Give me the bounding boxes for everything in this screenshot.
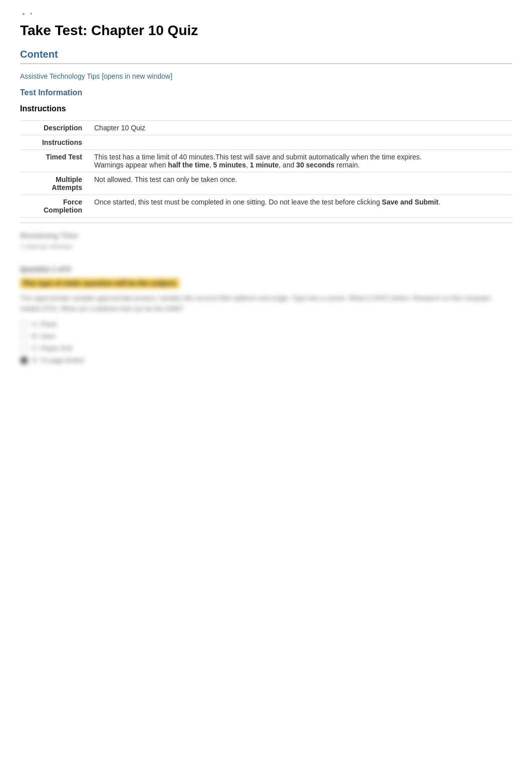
- blurred-remaining-time: Remaining Time 1 Attempt Allowed: [20, 231, 512, 250]
- table-row-multiple-attempts: MultipleAttempts Not allowed. This test …: [20, 172, 512, 195]
- label-timed-test: Timed Test: [20, 150, 90, 172]
- label-description: Description: [20, 121, 90, 135]
- question-label: Question 1 of 6: [20, 265, 512, 273]
- label-force-completion: ForceCompletion: [20, 195, 90, 218]
- test-info-table: Description Chapter 10 Quiz Instructions…: [20, 120, 512, 218]
- label-multiple-attempts: MultipleAttempts: [20, 172, 90, 195]
- question-highlight: This type of static question will be the…: [20, 278, 179, 288]
- bold-30-seconds: 30 seconds: [296, 161, 334, 169]
- page-title: Take Test: Chapter 10 Quiz: [20, 23, 512, 39]
- answer-option-a[interactable]: A. Flows: [20, 320, 512, 328]
- test-information-heading: Test Information: [20, 88, 512, 97]
- bold-1-minute: 1 minute: [250, 161, 279, 169]
- value-description: Chapter 10 Quiz: [90, 121, 512, 135]
- timed-test-line2: Warnings appear when half the time, 5 mi…: [94, 161, 360, 169]
- answer-options-list: A. Flows B. Have C. Player limit D. To p…: [20, 320, 512, 364]
- answer-option-b[interactable]: B. Have: [20, 332, 512, 340]
- value-multiple-attempts: Not allowed. This test can only be taken…: [90, 172, 512, 195]
- answer-option-d[interactable]: D. To page limited: [20, 356, 512, 364]
- value-instructions: [90, 135, 512, 150]
- timed-test-line1: This test has a time limit of 40 minutes…: [94, 153, 422, 161]
- answer-option-c[interactable]: C. Player limit: [20, 344, 512, 352]
- table-row-timed-test: Timed Test This test has a time limit of…: [20, 150, 512, 172]
- blurred-heading: Remaining Time: [20, 231, 512, 240]
- blurred-sub: 1 Attempt Allowed: [20, 243, 512, 250]
- assistive-technology-link[interactable]: Assistive Technology Tips [opens in new …: [20, 72, 512, 80]
- question-section: Question 1 of 6 This type of static ques…: [20, 265, 512, 364]
- table-row-instructions: Instructions: [20, 135, 512, 150]
- instructions-heading: Instructions: [20, 104, 512, 113]
- label-instructions: Instructions: [20, 135, 90, 150]
- breadcrumb-item: •: [30, 10, 512, 18]
- bold-half-time: half the time: [168, 161, 209, 169]
- table-row-force-completion: ForceCompletion Once started, this test …: [20, 195, 512, 218]
- bold-save-submit: Save and Submit: [382, 198, 438, 206]
- value-timed-test: This test has a time limit of 40 minutes…: [90, 150, 512, 172]
- question-body: This approximate variable approximate pr…: [20, 293, 512, 314]
- value-force-completion: Once started, this test must be complete…: [90, 195, 512, 218]
- table-row-description: Description Chapter 10 Quiz: [20, 121, 512, 135]
- bold-5-minutes: 5 minutes: [213, 161, 246, 169]
- divider-1: [20, 223, 512, 223]
- content-heading: Content: [20, 49, 512, 64]
